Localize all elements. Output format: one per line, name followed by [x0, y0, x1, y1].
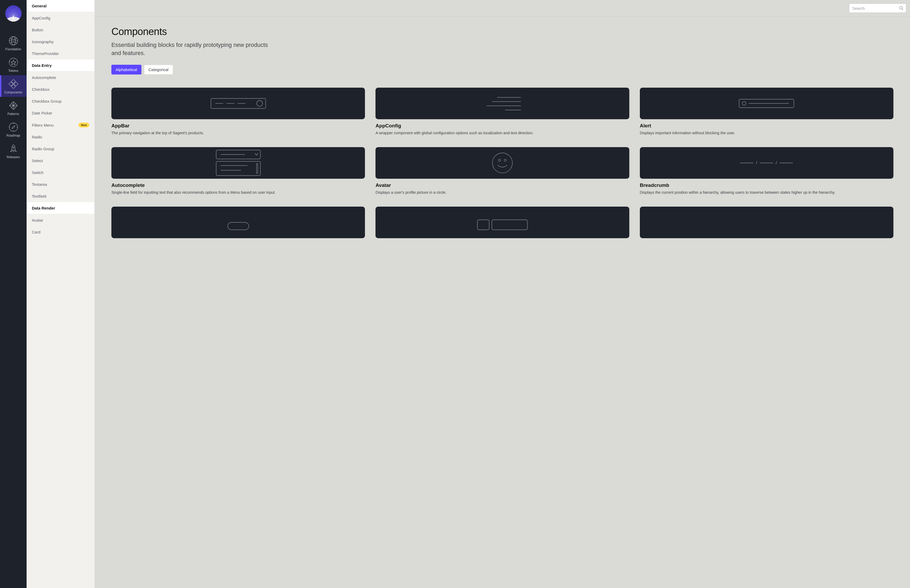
topbar: [95, 0, 910, 16]
card-breadcrumb[interactable]: // Breadcrumb Displays the current posit…: [640, 147, 894, 195]
svg-text:/: /: [756, 161, 757, 165]
svg-point-36: [504, 159, 506, 162]
subnav-item[interactable]: Card: [27, 226, 95, 238]
svg-rect-33: [257, 163, 258, 173]
card-alert[interactable]: Alert Displays important information wit…: [640, 88, 894, 136]
brand-logo: [5, 5, 22, 22]
svg-point-34: [492, 153, 512, 173]
subnav-item[interactable]: Radio Group: [27, 143, 95, 155]
svg-rect-44: [492, 220, 527, 230]
subnav-item[interactable]: Textarea: [27, 178, 95, 190]
svg-point-20: [257, 100, 262, 106]
rail-item-patterns[interactable]: Patterns: [0, 97, 27, 118]
svg-rect-30: [216, 162, 260, 176]
subnav-item[interactable]: ThemeProvider: [27, 48, 95, 60]
search-input[interactable]: [849, 3, 906, 13]
card-desc: The primary navigation at the top of Sag…: [112, 130, 365, 136]
compass-icon: [8, 122, 18, 132]
svg-point-13: [13, 147, 14, 148]
card-thumb: [375, 147, 629, 179]
primary-rail: Foundation Tokens Components Patterns Ro…: [0, 0, 27, 588]
card-placeholder[interactable]: [640, 207, 894, 238]
subnav-item[interactable]: Button: [27, 24, 95, 36]
subnav-item[interactable]: Autocomplete: [27, 72, 95, 84]
globe-icon: [8, 36, 18, 46]
card-thumb: //: [640, 147, 894, 179]
card-desc: Displays important information without b…: [640, 130, 894, 136]
card-title: Avatar: [375, 183, 629, 188]
subnav-item[interactable]: Textfield: [27, 190, 95, 202]
rail-label: Roadmap: [6, 134, 20, 137]
rail-label: Components: [4, 90, 22, 94]
card-desc: A wrapper component with global configur…: [375, 130, 629, 136]
subnav-item[interactable]: Switch: [27, 166, 95, 178]
search-wrapper: [849, 3, 906, 13]
svg-rect-42: [228, 222, 249, 230]
subnav-item-filters[interactable]: Filters Menu New: [27, 119, 95, 131]
subnav-item[interactable]: Checkbox Group: [27, 95, 95, 107]
subnav-item[interactable]: Avatar: [27, 214, 95, 226]
content-scroll[interactable]: Components Essential building blocks for…: [95, 16, 910, 588]
card-title: Autocomplete: [112, 183, 365, 188]
rail-item-roadmap[interactable]: Roadmap: [0, 118, 27, 140]
subnav-item[interactable]: Radio: [27, 131, 95, 143]
subnav-group-dataentry[interactable]: Data Entry: [27, 60, 95, 72]
page-subtitle: Essential building blocks for rapidly pr…: [112, 41, 269, 57]
card-thumb: [640, 88, 894, 119]
card-desc: Displays a user's profile picture in a c…: [375, 190, 629, 195]
svg-text:/: /: [776, 161, 777, 165]
rocket-icon: [8, 144, 18, 154]
components-icon: [8, 79, 18, 89]
rail-label: Tokens: [8, 69, 18, 73]
card-avatar[interactable]: Avatar Displays a user's profile picture…: [375, 147, 629, 195]
sort-alphabetical-button[interactable]: Alphabetical: [112, 65, 141, 74]
card-title: AppConfig: [375, 123, 629, 129]
card-title: AppBar: [112, 123, 365, 129]
card-thumb: [112, 88, 365, 119]
component-subnav: General AppConfig Button Iconography The…: [27, 0, 95, 588]
rail-item-releases[interactable]: Releases: [0, 140, 27, 162]
rail-label: Foundation: [5, 47, 21, 51]
subnav-item[interactable]: Date Picker: [27, 107, 95, 119]
rail-label: Releases: [6, 155, 20, 159]
card-appbar[interactable]: AppBar The primary navigation at the top…: [112, 88, 365, 136]
card-desc: Displays the current position within a h…: [640, 190, 894, 195]
svg-point-26: [742, 102, 746, 105]
subnav-item-label: Filters Menu: [32, 123, 54, 128]
sort-categorical-button[interactable]: Categorical: [144, 65, 173, 74]
subnav-group-general[interactable]: General: [27, 0, 95, 12]
rail-label: Patterns: [7, 112, 19, 116]
card-placeholder[interactable]: [112, 207, 365, 238]
card-thumb: [112, 207, 365, 238]
svg-point-35: [498, 159, 501, 162]
card-placeholder[interactable]: [375, 207, 629, 238]
search-icon: [899, 6, 904, 11]
card-title: Alert: [640, 123, 894, 129]
svg-point-14: [899, 6, 902, 9]
subnav-item[interactable]: Iconography: [27, 36, 95, 48]
sort-toggle: Alphabetical Categorical: [112, 65, 894, 74]
card-appconfig[interactable]: AppConfig A wrapper component with globa…: [375, 88, 629, 136]
rail-item-foundation[interactable]: Foundation: [0, 32, 27, 54]
svg-line-15: [902, 9, 903, 10]
card-title: Breadcrumb: [640, 183, 894, 188]
svg-point-3: [9, 58, 18, 66]
card-desc: Single-line field for inputting text tha…: [112, 190, 365, 195]
card-thumb: [640, 207, 894, 238]
svg-point-8: [9, 123, 18, 131]
subnav-item[interactable]: AppConfig: [27, 12, 95, 24]
component-grid: AppBar The primary navigation at the top…: [112, 88, 894, 239]
card-thumb: [375, 88, 629, 119]
subnav-group-datarender[interactable]: Data Render: [27, 202, 95, 214]
card-autocomplete[interactable]: Autocomplete Single-line field for input…: [112, 147, 365, 195]
main-region: Components Essential building blocks for…: [95, 0, 910, 588]
subnav-item[interactable]: Select: [27, 155, 95, 166]
rail-item-tokens[interactable]: Tokens: [0, 54, 27, 75]
grid-diamond-icon: [8, 100, 18, 111]
rail-item-components[interactable]: Components: [0, 75, 27, 97]
card-thumb: [375, 207, 629, 238]
page-title: Components: [112, 26, 894, 37]
svg-rect-43: [477, 220, 489, 230]
coin-star-icon: [8, 57, 18, 67]
subnav-item[interactable]: Checkbox: [27, 84, 95, 95]
